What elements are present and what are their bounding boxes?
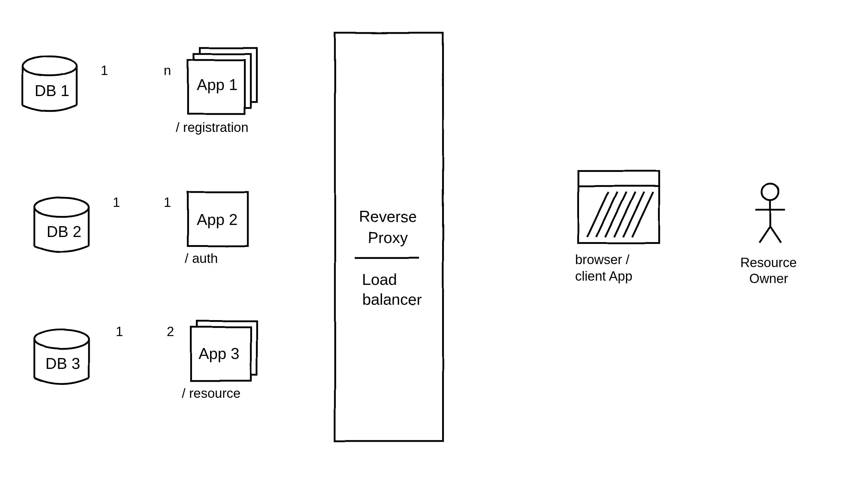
owner-line1: Resource (740, 255, 797, 270)
app-2-route: / auth (185, 251, 218, 266)
proxy-line3: Load (362, 271, 397, 288)
link-db3-app3: 1 2 (104, 324, 185, 351)
app-3-route: / resource (182, 386, 241, 401)
svg-line-21 (632, 192, 653, 237)
svg-line-26 (770, 227, 781, 243)
db-1-label: DB 1 (35, 82, 69, 99)
browser-client (578, 171, 659, 243)
app-1-label: App 1 (197, 76, 238, 93)
svg-point-22 (762, 184, 779, 201)
svg-line-25 (760, 227, 770, 243)
app-3-label: App 3 (198, 345, 239, 362)
app-2-label: App 2 (197, 211, 238, 228)
svg-line-20 (623, 192, 644, 237)
client-line2: client App (575, 269, 632, 283)
link-db1-app1: 1 n (89, 63, 182, 84)
resource-owner-icon (755, 184, 785, 243)
proxy-line1: Reverse (359, 208, 417, 225)
svg-line-16 (587, 192, 608, 237)
card-app3: 2 (167, 324, 174, 339)
svg-point-2 (35, 330, 89, 349)
svg-line-18 (605, 192, 626, 237)
card-db2: 1 (113, 195, 120, 210)
client-line1: browser / (575, 252, 629, 267)
proxy-line4: balancer (362, 290, 422, 308)
db-2-label: DB 2 (47, 223, 82, 240)
proxy-line2: Proxy (368, 229, 408, 246)
svg-point-1 (35, 198, 89, 217)
card-db3: 1 (116, 324, 123, 339)
svg-line-17 (596, 192, 617, 237)
card-db1: 1 (101, 63, 108, 78)
owner-line2: Owner (749, 271, 788, 286)
link-db2-app2: 1 1 (101, 195, 182, 222)
svg-line-19 (614, 192, 635, 237)
card-app2: 1 (164, 195, 171, 210)
db-3-label: DB 3 (45, 355, 80, 372)
reverse-proxy: Reverse Proxy Load balancer (335, 33, 443, 441)
svg-point-0 (23, 56, 76, 76)
app-1-route: / registration (176, 120, 248, 135)
card-app1: n (164, 63, 171, 78)
